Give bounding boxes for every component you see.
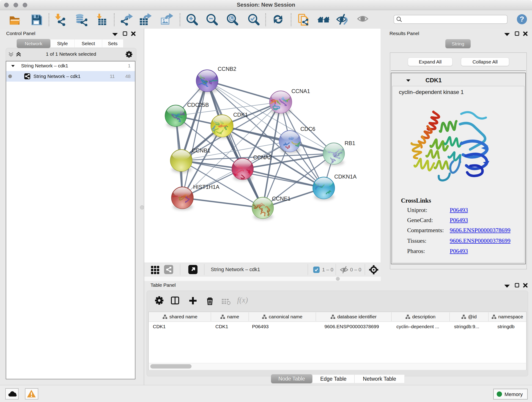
svg-text:CDKN1A: CDKN1A <box>334 173 356 180</box>
svg-text:CDC6: CDC6 <box>300 126 315 132</box>
svg-text:?: ? <box>520 15 524 23</box>
svg-text:CDK1: CDK1 <box>233 112 248 118</box>
svg-text:CCNB1: CCNB1 <box>192 147 210 153</box>
svg-text:RB1: RB1 <box>345 140 355 146</box>
svg-text:CCNA1: CCNA1 <box>291 88 310 94</box>
svg-text:CCNE1: CCNE1 <box>272 196 291 202</box>
svg-text:HIST1H1A: HIST1H1A <box>193 184 220 190</box>
svg-text:CCNB2: CCNB2 <box>218 66 236 72</box>
svg-text:CDC25B: CDC25B <box>187 102 209 108</box>
svg-text:CCNA2: CCNA2 <box>253 154 272 160</box>
